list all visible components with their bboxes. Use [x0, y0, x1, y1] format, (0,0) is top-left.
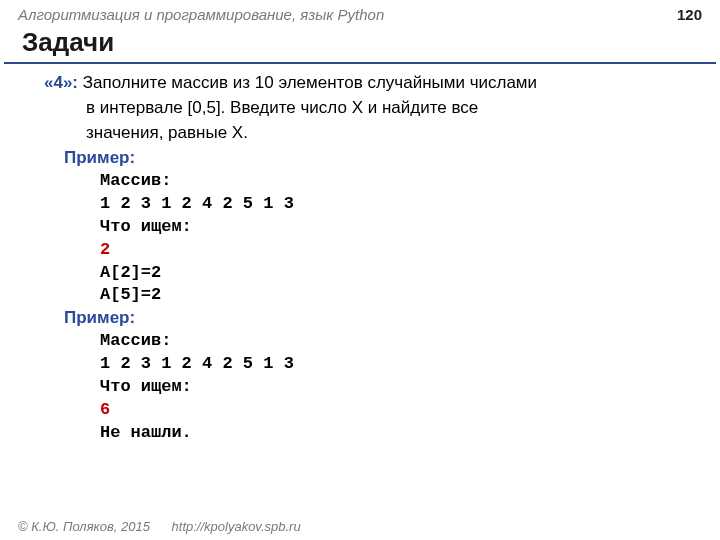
ex1-line5: A[2]=2 [20, 262, 700, 285]
task-marker: «4»: [44, 73, 78, 92]
task-text-1: Заполните массив из 10 элементов случайн… [83, 73, 537, 92]
copyright: © К.Ю. Поляков, 2015 [18, 519, 150, 534]
example2-label: Пример: [20, 307, 700, 330]
ex1-line4: 2 [20, 239, 700, 262]
task-text-2: в интервале [0,5]. Введите число X и най… [20, 97, 700, 120]
ex2-line1: Массив: [20, 330, 700, 353]
footer: © К.Ю. Поляков, 2015 http://kpolyakov.sp… [18, 519, 301, 534]
ex1-line2: 1 2 3 1 2 4 2 5 1 3 [20, 193, 700, 216]
ex1-line6: A[5]=2 [20, 284, 700, 307]
slide-content: «4»: Заполните массив из 10 элементов сл… [0, 72, 720, 445]
ex2-line3: Что ищем: [20, 376, 700, 399]
ex2-line5: Не нашли. [20, 422, 700, 445]
ex1-line3: Что ищем: [20, 216, 700, 239]
section-title: Задачи [4, 25, 716, 64]
ex2-line2: 1 2 3 1 2 4 2 5 1 3 [20, 353, 700, 376]
task-text-3: значения, равные X. [20, 122, 700, 145]
footer-link: http://kpolyakov.spb.ru [172, 519, 301, 534]
example1-label: Пример: [20, 147, 700, 170]
course-title: Алгоритмизация и программирование, язык … [18, 6, 384, 23]
slide-header: Алгоритмизация и программирование, язык … [0, 0, 720, 25]
page-number: 120 [677, 6, 702, 23]
ex1-line1: Массив: [20, 170, 700, 193]
ex2-line4: 6 [20, 399, 700, 422]
task-line-1: «4»: Заполните массив из 10 элементов сл… [20, 72, 700, 95]
